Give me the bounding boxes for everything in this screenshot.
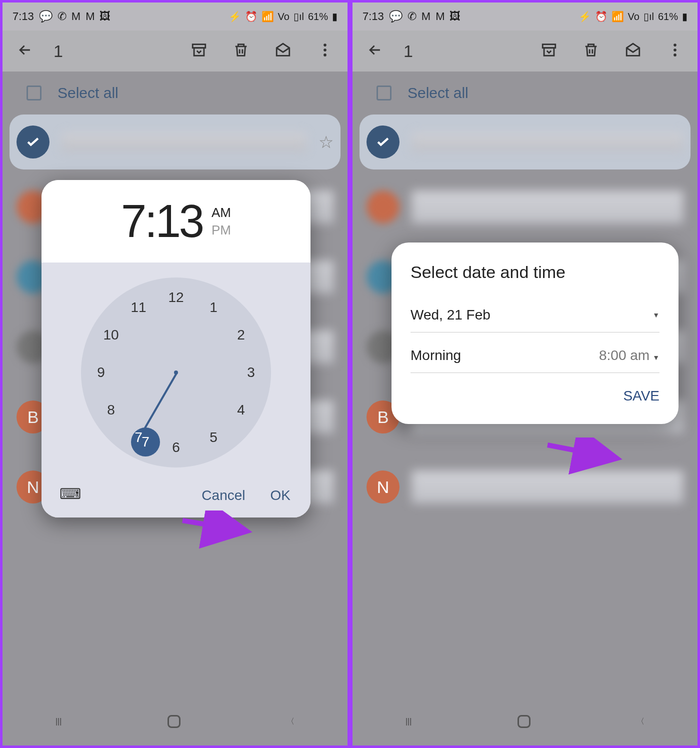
dropdown-icon: ▼ <box>652 311 660 319</box>
charge-icon: ⚡ <box>578 10 591 22</box>
blurred-text <box>412 132 684 151</box>
recents-icon[interactable]: ||| <box>406 717 412 726</box>
time-hour[interactable]: 7:13 <box>121 195 202 248</box>
select-all-label: Select all <box>58 84 118 102</box>
dropdown-icon: ▼ <box>652 354 660 362</box>
wifi-icon: 📶 <box>262 10 274 22</box>
app-bar: 1 <box>352 30 698 72</box>
svg-point-2 <box>324 44 326 46</box>
cancel-button[interactable]: Cancel <box>202 488 245 504</box>
status-bar: 7:13 💬 ✆ M M 🖼 ⚡ ⏰ 📶 Vo ▯ıl 61% ▮ <box>2 2 348 30</box>
alarm-icon: ⏰ <box>595 10 608 22</box>
star-icon[interactable]: ☆ <box>318 132 334 152</box>
more-icon[interactable] <box>316 42 334 60</box>
blurred-text <box>412 190 684 224</box>
svg-rect-7 <box>544 48 554 56</box>
wifi-icon: 📶 <box>612 10 624 22</box>
list-item-selected[interactable] <box>360 114 690 170</box>
select-all-row[interactable]: Select all <box>2 72 348 114</box>
nav-bar: ||| 〈 <box>352 708 698 736</box>
annotation-arrow <box>542 438 628 480</box>
image-icon: 🖼 <box>100 10 110 23</box>
svg-line-5 <box>182 520 242 530</box>
trash-icon[interactable] <box>582 42 600 60</box>
svg-point-9 <box>674 48 676 52</box>
mail-icon: M <box>72 10 80 23</box>
mail-open-icon[interactable] <box>274 42 292 60</box>
signal-icon: ▯ıl <box>644 10 654 22</box>
list-item[interactable]: N <box>360 460 690 514</box>
mail-icon: M <box>436 10 444 23</box>
checkmark-avatar <box>16 126 50 158</box>
checkmark-avatar <box>366 126 400 158</box>
select-all-row[interactable]: Select all <box>352 72 698 114</box>
app-bar: 1 <box>2 30 348 72</box>
volte-icon: Vo <box>628 11 640 22</box>
avatar: N <box>366 470 400 504</box>
svg-line-11 <box>548 445 612 458</box>
status-time: 7:13 <box>362 10 384 23</box>
dialog-title: Select date and time <box>410 262 660 282</box>
date-row[interactable]: Wed, 21 Feb ▼ <box>410 307 660 332</box>
svg-point-8 <box>674 44 676 46</box>
battery-icon: ▮ <box>332 10 338 22</box>
image-icon: 🖼 <box>450 10 460 23</box>
list-item-selected[interactable]: ☆ <box>10 114 340 170</box>
avatar <box>366 190 400 224</box>
svg-point-3 <box>324 48 326 52</box>
selected-count: 1 <box>404 42 526 61</box>
nav-bar: ||| 〈 <box>2 708 348 736</box>
status-time: 7:13 <box>12 10 34 23</box>
mail-icon: M <box>86 10 94 23</box>
mail-icon: M <box>422 10 430 23</box>
battery-icon: ▮ <box>682 10 688 22</box>
home-icon[interactable] <box>168 715 180 728</box>
more-icon[interactable] <box>666 42 684 60</box>
am-toggle[interactable]: AM <box>212 205 231 220</box>
date-time-dialog: Select date and time Wed, 21 Feb ▼ Morni… <box>392 242 678 424</box>
chat-icon: 💬 <box>39 10 52 23</box>
svg-point-4 <box>324 54 326 56</box>
ok-button[interactable]: OK <box>270 488 290 504</box>
svg-point-10 <box>674 54 676 56</box>
battery-pct: 61% <box>658 11 678 22</box>
list-item[interactable] <box>360 180 690 234</box>
phone-left: 7:13 💬 ✆ M M 🖼 ⚡ ⏰ 📶 Vo ▯ıl 61% ▮ 1 <box>0 0 350 748</box>
mail-open-icon[interactable] <box>624 42 642 60</box>
back-icon[interactable] <box>16 42 34 60</box>
charge-icon: ⚡ <box>228 10 241 22</box>
back-nav-icon[interactable]: 〈 <box>636 716 644 727</box>
clock-face[interactable]: 7 12 1 2 3 4 5 6 7 8 9 10 11 <box>81 278 271 468</box>
whatsapp-icon: ✆ <box>408 10 416 23</box>
checkbox-icon[interactable] <box>26 86 42 100</box>
alarm-icon: ⏰ <box>245 10 258 22</box>
recents-icon[interactable]: ||| <box>56 717 62 726</box>
battery-pct: 61% <box>308 11 328 22</box>
archive-icon[interactable] <box>190 42 208 60</box>
annotation-arrow <box>178 510 262 552</box>
save-button[interactable]: SAVE <box>410 388 660 404</box>
pm-toggle[interactable]: PM <box>212 222 231 238</box>
blurred-text <box>62 132 306 151</box>
select-all-label: Select all <box>408 84 468 102</box>
home-icon[interactable] <box>518 715 530 728</box>
back-icon[interactable] <box>366 42 384 60</box>
keyboard-icon[interactable]: ⌨ <box>60 485 81 502</box>
signal-icon: ▯ıl <box>294 10 304 22</box>
svg-rect-1 <box>194 48 204 56</box>
back-nav-icon[interactable]: 〈 <box>286 716 294 727</box>
time-row[interactable]: Morning 8:00 am▼ <box>410 348 660 373</box>
trash-icon[interactable] <box>232 42 250 60</box>
time-picker-dialog: 7:13 AM PM 7 12 1 2 3 4 5 6 7 8 9 10 <box>42 180 310 518</box>
whatsapp-icon: ✆ <box>58 10 66 23</box>
archive-icon[interactable] <box>540 42 558 60</box>
status-bar: 7:13 💬 ✆ M M 🖼 ⚡ ⏰ 📶 Vo ▯ıl 61% ▮ <box>352 2 698 30</box>
checkbox-icon[interactable] <box>376 86 392 100</box>
volte-icon: Vo <box>278 11 290 22</box>
chat-icon: 💬 <box>389 10 402 23</box>
phone-right: 7:13 💬 ✆ M M 🖼 ⚡ ⏰ 📶 Vo ▯ıl 61% ▮ 1 Sele <box>350 0 700 748</box>
selected-count: 1 <box>54 42 176 61</box>
